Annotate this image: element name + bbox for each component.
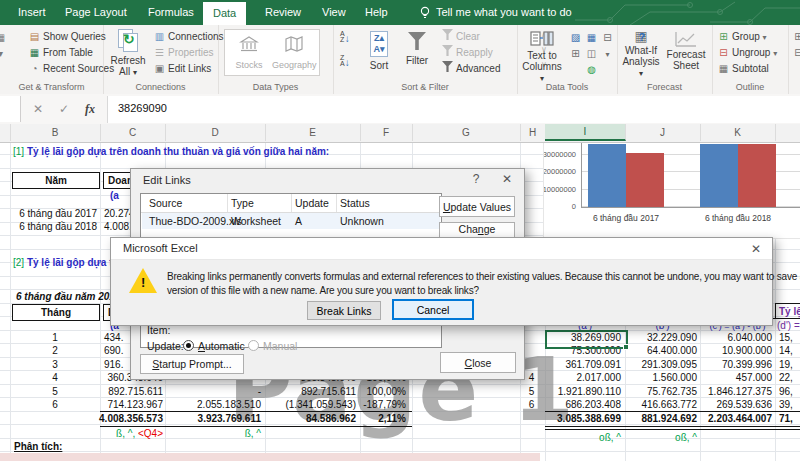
table3-total-c[interactable]: 2.203.464.007 xyxy=(708,413,772,425)
table2-total-c[interactable]: 4.008.356.573 xyxy=(99,413,163,425)
table2-total-e[interactable]: 84.586.962 xyxy=(306,413,356,425)
consolidate-icon[interactable]: ⊞ xyxy=(569,46,584,61)
table3-cell-a[interactable]: 361.709.091 xyxy=(565,359,621,371)
cancel-icon[interactable]: ✕ xyxy=(28,99,48,119)
break-links-alert-dialog[interactable]: Microsoft Excel ✕ ! Breaking links perma… xyxy=(110,237,773,326)
table2-header-thang[interactable]: Tháng xyxy=(12,304,100,321)
ungroup-button[interactable]: ⊟Ungroup ▾ xyxy=(717,45,777,60)
tab-page-layout[interactable]: Page Layout xyxy=(55,0,137,25)
automatic-radio-label[interactable]: Automatic xyxy=(198,340,245,352)
alert-close-icon[interactable]: ✕ xyxy=(748,242,764,256)
formula-input[interactable]: 38269090 xyxy=(107,96,800,123)
cancel-button[interactable]: Cancel xyxy=(392,299,474,320)
table3-cell-d[interactable]: 22, xyxy=(779,372,793,384)
group-button[interactable]: ⊞Group ▾ xyxy=(717,29,767,44)
sort-button[interactable]: Z▴A▾ Sort xyxy=(361,28,397,71)
table3-cell-b[interactable]: 64.400.000 xyxy=(647,345,697,357)
table3-cell-a[interactable]: 686.203.408 xyxy=(565,399,621,411)
subtotal-button[interactable]: ▦Subtotal xyxy=(717,61,769,76)
new-query-button-partial[interactable]: ▦ xyxy=(0,30,9,45)
fill-handle[interactable] xyxy=(623,344,629,350)
column-header-j[interactable]: J xyxy=(625,124,701,141)
data-validation-icon[interactable]: ⊟ xyxy=(601,30,616,45)
table3-cell-c[interactable]: 10.900.000 xyxy=(722,345,772,357)
recent-sources-button[interactable]: ◔Recent Sources xyxy=(28,61,114,76)
startup-prompt-button[interactable]: Startup Prompt... xyxy=(140,354,244,374)
dialog-help-icon[interactable]: ? xyxy=(468,172,484,186)
table3-cell-d[interactable]: 14, xyxy=(779,345,793,357)
close-button[interactable]: Close xyxy=(440,352,516,373)
column-header-b[interactable]: B xyxy=(10,124,101,141)
column-header-k[interactable]: K xyxy=(700,124,776,141)
edit-links-button[interactable]: ▣Edit Links xyxy=(153,61,211,76)
tab-insert[interactable]: Insert xyxy=(8,0,56,25)
column-header-f[interactable]: F xyxy=(360,124,413,141)
table2-cell[interactable]: (1.341.059.543) xyxy=(285,399,356,411)
table3-cell-c[interactable]: 6.040.000 xyxy=(728,332,773,344)
table2-cell[interactable]: 916. xyxy=(104,359,123,371)
tab-formulas[interactable]: Formulas xyxy=(138,0,204,25)
table3-total-a[interactable]: 3.085.388.699 xyxy=(557,413,621,425)
stocks-button[interactable]: Stocks xyxy=(227,32,271,52)
table2-month[interactable]: 4 xyxy=(12,372,98,384)
chart-bar-series-blue[interactable] xyxy=(700,144,738,208)
tab-review[interactable]: Review xyxy=(255,0,311,25)
partial-icon[interactable]: ⊞ xyxy=(792,29,800,44)
table2-month[interactable]: 5 xyxy=(12,386,98,398)
table2-total-d[interactable]: 3.923.769.611 xyxy=(198,413,261,425)
table3-cell-b[interactable]: 1.560.000 xyxy=(653,372,698,384)
table2-cell[interactable]: -187,79% xyxy=(363,399,406,411)
table3-cell-b[interactable]: 75.762.735 xyxy=(647,386,697,398)
selected-cell-outline[interactable] xyxy=(545,330,628,349)
table1-row-value[interactable]: 4.008. xyxy=(104,221,132,233)
column-header-c[interactable]: C xyxy=(100,124,166,141)
table2-month[interactable]: 3 xyxy=(12,359,98,371)
table1-row-label[interactable]: 6 tháng đầu 2018 xyxy=(19,221,97,233)
table2-month[interactable]: 1 xyxy=(12,332,98,344)
table2-cell[interactable]: 100,00% xyxy=(367,386,406,398)
table3-cell-d[interactable]: 39, xyxy=(779,399,793,411)
dialog-close-icon[interactable]: ✕ xyxy=(499,172,515,186)
filter-button[interactable]: Filter xyxy=(399,28,435,66)
tab-view[interactable]: View xyxy=(312,0,356,25)
tell-me-box[interactable]: Tell me what you want to do xyxy=(436,0,572,25)
table1-row-label[interactable]: 6 tháng đầu 2017 xyxy=(19,208,97,220)
table2-cell[interactable]: 690. xyxy=(104,345,123,357)
table3-cell-a[interactable]: 2.017.000 xyxy=(577,372,622,384)
table3-month[interactable]: 5 xyxy=(520,386,543,398)
column-header-g[interactable]: G xyxy=(412,124,521,141)
from-table-button[interactable]: ▦From Table xyxy=(28,45,93,60)
advanced-filter-button[interactable]: Advanced xyxy=(441,61,500,76)
new-query-dropdown-partial[interactable]: ▾ xyxy=(0,46,9,61)
table3-cell-c[interactable]: 269.539.636 xyxy=(716,399,772,411)
table3-cell-c[interactable]: 457.000 xyxy=(736,372,772,384)
tab-help[interactable]: Help xyxy=(355,0,398,25)
partial-icon[interactable]: ⊟ xyxy=(792,45,800,60)
table2-cell[interactable]: 892.715.611 xyxy=(108,386,163,398)
table2-total-f[interactable]: 2,11% xyxy=(378,413,406,425)
what-if-analysis-button[interactable]: ▦? What-IfAnalysis ▾ xyxy=(620,28,662,79)
table3-cell-c[interactable]: 70.399.996 xyxy=(722,359,772,371)
table2-cell[interactable]: 714.123.967 xyxy=(107,399,163,411)
table3-cell-d[interactable]: 96, xyxy=(779,386,793,398)
sort-descending-button[interactable]: ZA↓ xyxy=(340,55,350,70)
table3-cell-b[interactable]: 32.229.090 xyxy=(647,332,697,344)
link-row[interactable]: Thue-BDO-2009.xls Worksheet A Unknown xyxy=(142,213,440,229)
column-header-i-selected[interactable]: I xyxy=(545,124,626,141)
table3-cell-b[interactable]: 416.663.772 xyxy=(641,399,697,411)
validation-dropdown-icon[interactable]: ▾ xyxy=(601,46,616,61)
table3-cell-a[interactable]: 1.921.890.110 xyxy=(558,386,621,398)
table3-cell-d[interactable]: 15, xyxy=(779,332,793,344)
manage-data-model-icon[interactable]: ◍ xyxy=(585,62,600,77)
geography-button[interactable]: Geography xyxy=(272,32,316,52)
table2-cell[interactable]: 892.715.611 xyxy=(301,386,356,398)
text-to-columns-button[interactable]: Text toColumns ▾ xyxy=(521,28,563,84)
sort-ascending-button[interactable]: AZ↓ xyxy=(340,31,350,46)
table3-cell-b[interactable]: 291.309.095 xyxy=(641,359,697,371)
embedded-bar-chart[interactable]: 0100000002000000030000000 6 tháng đầu 20… xyxy=(543,142,800,239)
insert-function-icon[interactable]: fx xyxy=(80,99,100,119)
update-values-button[interactable]: Update Values xyxy=(439,196,515,217)
relationships-icon[interactable]: ◫ xyxy=(585,46,600,61)
flash-fill-icon[interactable]: ▨ xyxy=(569,30,584,45)
enter-icon[interactable]: ✓ xyxy=(54,99,74,119)
